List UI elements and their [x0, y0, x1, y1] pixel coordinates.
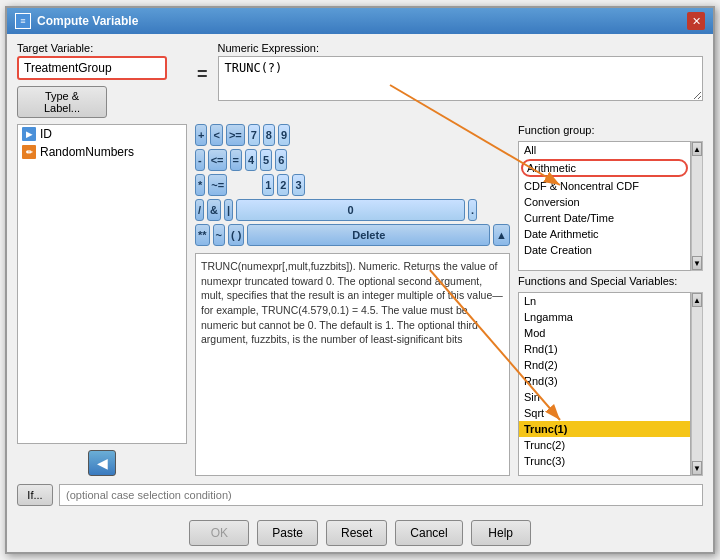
func-group-arithmetic[interactable]: Arithmetic	[521, 159, 688, 177]
dialog-title: Compute Variable	[37, 14, 138, 28]
numeric-expression-input[interactable]: TRUNC(?)	[218, 56, 703, 101]
func-mod[interactable]: Mod	[519, 325, 690, 341]
reset-button[interactable]: Reset	[326, 520, 387, 546]
compute-variable-dialog: ≡ Compute Variable ✕ Target Variable: Ty…	[5, 6, 715, 554]
title-bar: ≡ Compute Variable ✕	[7, 8, 713, 34]
mult-btn[interactable]: *	[195, 174, 205, 196]
parens-btn[interactable]: ( )	[228, 224, 244, 246]
func-rnd1[interactable]: Rnd(1)	[519, 341, 690, 357]
target-variable-input[interactable]	[17, 56, 167, 80]
func-group-current-date[interactable]: Current Date/Time	[519, 210, 690, 226]
eq-btn[interactable]: =	[230, 149, 242, 171]
func-group-cdf[interactable]: CDF & Noncentral CDF	[519, 178, 690, 194]
variable-name-id: ID	[40, 127, 52, 141]
functions-vars-list: Ln Lngamma Mod Rnd(1) Rnd(2) Rnd(3) Sin …	[518, 292, 691, 476]
id-icon: ▶	[22, 127, 36, 141]
func-rnd2[interactable]: Rnd(2)	[519, 357, 690, 373]
scroll-down-btn[interactable]: ▼	[692, 256, 702, 270]
func-ln[interactable]: Ln	[519, 293, 690, 309]
functions-vars-container: Ln Lngamma Mod Rnd(1) Rnd(2) Rnd(3) Sin …	[518, 292, 703, 476]
func-group-conversion[interactable]: Conversion	[519, 194, 690, 210]
functions-special-label: Functions and Special Variables:	[518, 275, 703, 287]
action-buttons: OK Paste Reset Cancel Help	[7, 514, 713, 552]
middle-row: ▶ ID ✏ RandomNumbers ◀ + <	[17, 124, 703, 476]
num1-btn[interactable]: 1	[262, 174, 274, 196]
num-icon: ✏	[22, 145, 36, 159]
num3-btn[interactable]: 3	[292, 174, 304, 196]
div-btn[interactable]: /	[195, 199, 204, 221]
target-variable-section: Target Variable: Type & Label...	[17, 42, 187, 118]
func-trunc1[interactable]: Trunc(1)	[519, 421, 690, 437]
num4-btn[interactable]: 4	[245, 149, 257, 171]
arrow-button[interactable]: ◀	[88, 450, 116, 476]
num9-btn[interactable]: 9	[278, 124, 290, 146]
func-group-date-arithmetic[interactable]: Date Arithmetic	[519, 226, 690, 242]
top-row: Target Variable: Type & Label... = Numer…	[17, 42, 703, 118]
variable-item-id[interactable]: ▶ ID	[18, 125, 186, 143]
dialog-content: Target Variable: Type & Label... = Numer…	[7, 34, 713, 514]
lt-btn[interactable]: <	[210, 124, 222, 146]
target-variable-label: Target Variable:	[17, 42, 187, 54]
tilde-btn[interactable]: ~	[213, 224, 225, 246]
func-trunc3[interactable]: Trunc(3)	[519, 453, 690, 469]
center-panel: + < >= 7 8 9 - <= = 4 5	[195, 124, 510, 476]
type-label-button[interactable]: Type & Label...	[17, 86, 107, 118]
function-group-container: All Arithmetic CDF & Noncentral CDF Conv…	[518, 141, 703, 271]
up-arrow-btn[interactable]: ▲	[493, 224, 510, 246]
numeric-expression-section: Numeric Expression: TRUNC(?)	[218, 42, 703, 101]
num5-btn[interactable]: 5	[260, 149, 272, 171]
fv-scroll-down[interactable]: ▼	[692, 461, 702, 475]
case-condition-input[interactable]	[59, 484, 703, 506]
fv-scroll-up[interactable]: ▲	[692, 293, 702, 307]
cancel-button[interactable]: Cancel	[395, 520, 462, 546]
func-group-all[interactable]: All	[519, 142, 690, 158]
title-bar-left: ≡ Compute Variable	[15, 13, 138, 29]
pow-btn[interactable]: **	[195, 224, 210, 246]
plus-btn[interactable]: +	[195, 124, 207, 146]
right-panel: Function group: All Arithmetic CDF & Non…	[518, 124, 703, 476]
func-group-date-creation[interactable]: Date Creation	[519, 242, 690, 258]
help-button[interactable]: Help	[471, 520, 531, 546]
num2-btn[interactable]: 2	[277, 174, 289, 196]
func-sin[interactable]: Sin	[519, 389, 690, 405]
function-group-scrollbar[interactable]: ▲ ▼	[691, 141, 703, 271]
lte-btn[interactable]: <=	[208, 149, 227, 171]
if-button[interactable]: If...	[17, 484, 53, 506]
variable-item-randomnumbers[interactable]: ✏ RandomNumbers	[18, 143, 186, 161]
paste-button[interactable]: Paste	[257, 520, 318, 546]
func-sqrt[interactable]: Sqrt	[519, 405, 690, 421]
left-panel: ▶ ID ✏ RandomNumbers ◀	[17, 124, 187, 476]
bottom-row: If...	[17, 484, 703, 506]
description-box: TRUNC(numexpr[,mult,fuzzbits]). Numeric.…	[195, 253, 510, 476]
functions-vars-scrollbar[interactable]: ▲ ▼	[691, 292, 703, 476]
dot-btn[interactable]: .	[468, 199, 477, 221]
func-trunc2[interactable]: Trunc(2)	[519, 437, 690, 453]
dialog-icon: ≡	[15, 13, 31, 29]
bar-btn[interactable]: |	[224, 199, 233, 221]
equals-sign: =	[197, 42, 208, 85]
function-group-list: All Arithmetic CDF & Noncentral CDF Conv…	[518, 141, 691, 271]
minus-btn[interactable]: -	[195, 149, 205, 171]
num8-btn[interactable]: 8	[263, 124, 275, 146]
calculator-area: + < >= 7 8 9 - <= = 4 5	[195, 124, 510, 249]
numeric-expression-label: Numeric Expression:	[218, 42, 703, 54]
num6-btn[interactable]: 6	[275, 149, 287, 171]
num7-btn[interactable]: 7	[248, 124, 260, 146]
neq-btn[interactable]: ~=	[208, 174, 227, 196]
num0-btn[interactable]: 0	[236, 199, 465, 221]
func-rnd3[interactable]: Rnd(3)	[519, 373, 690, 389]
scroll-up-btn[interactable]: ▲	[692, 142, 702, 156]
variable-list: ▶ ID ✏ RandomNumbers	[17, 124, 187, 444]
func-lngamma[interactable]: Lngamma	[519, 309, 690, 325]
function-group-label: Function group:	[518, 124, 703, 136]
gte-btn[interactable]: >=	[226, 124, 245, 146]
delete-btn[interactable]: Delete	[247, 224, 490, 246]
close-button[interactable]: ✕	[687, 12, 705, 30]
ok-button[interactable]: OK	[189, 520, 249, 546]
variable-name-randomnumbers: RandomNumbers	[40, 145, 134, 159]
and-btn[interactable]: &	[207, 199, 221, 221]
